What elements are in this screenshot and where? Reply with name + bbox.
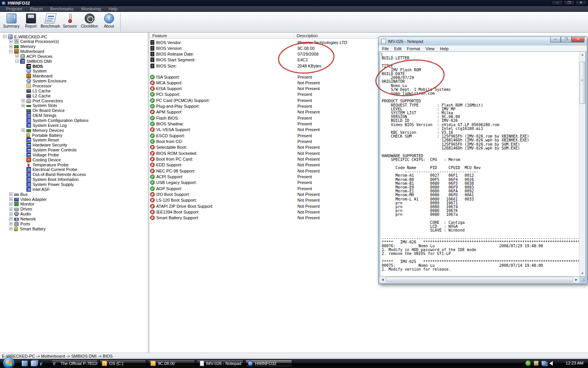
menu-monitoring[interactable]: Monitoring	[77, 7, 105, 11]
tree-item-cooling-device[interactable]: Cooling Device	[21, 157, 61, 162]
toolbar-about-button[interactable]: About	[99, 13, 119, 31]
tree-item-memory-devices[interactable]: +Memory Devices	[21, 128, 64, 133]
restore-button[interactable]: ❐	[564, 0, 575, 5]
taskbar-clock[interactable]: 12:23 AM	[566, 361, 583, 365]
notepad-menu-file[interactable]: File	[379, 46, 392, 51]
scroll-right-arrow[interactable]: ▶	[573, 277, 579, 283]
toolbar-benchmark-button[interactable]: Benchmark	[41, 13, 60, 31]
tree-item-smart-battery[interactable]: +Smart Battery	[9, 226, 46, 231]
close-button[interactable]: ✕	[575, 0, 586, 5]
tree-item-system-power-supply[interactable]: System Power Supply	[21, 182, 74, 187]
tree-item-system-power-controls[interactable]: System Power Controls	[21, 148, 77, 153]
toolbar-report-button[interactable]: Report	[21, 13, 41, 31]
expand-plus-icon[interactable]: +	[9, 40, 13, 43]
expand-plus-icon[interactable]: +	[21, 104, 25, 107]
tree-item-port-connectors[interactable]: +Port Connectors	[21, 98, 63, 103]
expand-plus-icon[interactable]: +	[9, 217, 13, 220]
notepad-maximize-button[interactable]: ❐	[561, 37, 572, 43]
scroll-up-arrow[interactable]: ▲	[580, 52, 585, 58]
notepad-menu-format[interactable]: Format	[404, 46, 423, 51]
tree-item-intel-asf[interactable]: Intel ASF	[21, 187, 50, 192]
vertical-scrollbar[interactable]: ▲ ▼	[579, 52, 585, 276]
tree-item-central-processor-s[interactable]: +Central Processor(s)	[9, 39, 59, 44]
toolbar-clockmon-button[interactable]: ClockMon	[80, 13, 99, 31]
tray-antivirus-icon[interactable]	[525, 360, 531, 366]
expand-plus-icon[interactable]: +	[15, 54, 19, 58]
switch-windows-icon[interactable]	[31, 360, 37, 366]
toolbar-sensors-button[interactable]: Sensors	[60, 13, 80, 31]
taskbar-button-os-c[interactable]: OS (C:)	[100, 360, 146, 367]
minimize-button[interactable]: –	[552, 0, 563, 5]
expand-minus-icon[interactable]: −	[3, 35, 7, 38]
expand-plus-icon[interactable]: +	[9, 202, 13, 206]
expand-plus-icon[interactable]: +	[21, 128, 25, 132]
tree-item-oem-strings[interactable]: OEM Strings	[21, 113, 56, 118]
tree-item-bus[interactable]: +Bus	[9, 192, 28, 197]
tree-item-l2-cache[interactable]: L2 Cache	[21, 93, 51, 98]
tree-item-system[interactable]: System	[21, 69, 47, 74]
tree-item-processor[interactable]: Processor	[21, 84, 52, 89]
tree-item-system-configuration-options[interactable]: System Configuration Options	[21, 118, 88, 123]
expand-plus-icon[interactable]: +	[9, 222, 13, 225]
taskbar-button-the-official-p-7811f[interactable]: eThe Official P-7811F...	[51, 360, 98, 367]
notepad-menu-view[interactable]: View	[423, 46, 438, 51]
column-feature[interactable]: Feature	[152, 33, 167, 38]
tree-item-motherboard[interactable]: −Motherboard	[9, 49, 44, 54]
notepad-menu-help[interactable]: Help	[437, 46, 451, 51]
tree-item-acpi-devices[interactable]: +ACPI Devices	[15, 54, 52, 59]
expand-plus-icon[interactable]: +	[21, 99, 25, 102]
menu-program[interactable]: Program	[2, 7, 26, 11]
tree-item-system-reset[interactable]: System Reset	[21, 138, 59, 143]
tree-item-monitor[interactable]: +Monitor	[9, 202, 34, 207]
tree-item-mainboard[interactable]: Mainboard	[21, 74, 52, 79]
resize-grip[interactable]	[580, 277, 585, 282]
tree-item-system-enclosure[interactable]: System Enclosure	[21, 79, 67, 84]
menu-report[interactable]: Report	[26, 7, 46, 11]
taskbar-button-hwinfo32[interactable]: HWiNFO32	[245, 360, 292, 367]
menu-benchmarks[interactable]: Benchmarks	[46, 7, 77, 11]
toolbar-summary-button[interactable]: Summary	[2, 13, 21, 31]
tree-item-electrical-current-probe[interactable]: Electrical Current Probe	[21, 167, 77, 172]
tree-item-voltage-probe[interactable]: Voltage Probe	[21, 152, 59, 157]
internet-explorer-icon[interactable]: e	[40, 360, 46, 366]
notepad-titlebar[interactable]: IMV-026 - Notepad – ❐ ✕	[379, 37, 587, 46]
tree-item-memory[interactable]: +Memory	[9, 44, 36, 49]
tree-item-system-slots[interactable]: +System Slots	[21, 103, 57, 108]
tree-item-system-boot-information[interactable]: System Boot Information	[21, 177, 78, 182]
vertical-scroll-thumb[interactable]	[580, 62, 585, 104]
expand-plus-icon[interactable]: +	[9, 227, 13, 230]
tree-item-l1-cache[interactable]: L1 Cache	[21, 88, 51, 93]
tree-item-portable-battery[interactable]: Portable Battery	[21, 133, 62, 138]
tree-item-temperature-probe[interactable]: Temperature Probe	[21, 162, 69, 167]
menu-help[interactable]: Help	[105, 7, 121, 11]
tree-item-smbios-dmi[interactable]: −SMBIOS DMI	[15, 59, 52, 64]
tree-item-video-adapter[interactable]: +Video Adapter	[9, 197, 47, 202]
tray-network-icon[interactable]	[541, 361, 547, 366]
scroll-down-arrow[interactable]: ▼	[580, 271, 585, 276]
tray-device-icon[interactable]	[534, 361, 539, 366]
tree-item-bios[interactable]: BIOS	[21, 64, 43, 69]
tree-item-audio[interactable]: +Audio	[9, 212, 31, 217]
tree-item-hardware-security[interactable]: Hardware Security	[21, 143, 67, 148]
tree-item-ports[interactable]: +Ports	[9, 221, 30, 226]
expand-plus-icon[interactable]: +	[9, 197, 13, 201]
tree-item-network[interactable]: +Network	[9, 216, 36, 221]
tree-item-on-board-device[interactable]: On Board Device	[21, 108, 65, 113]
tree-item-system-event-log[interactable]: System Event Log	[21, 123, 67, 128]
expand-plus-icon[interactable]: +	[9, 45, 13, 48]
tray-volume-icon[interactable]	[549, 361, 553, 366]
column-divider[interactable]	[294, 33, 294, 38]
expand-plus-icon[interactable]: +	[9, 212, 13, 216]
horizontal-scroll-thumb[interactable]	[386, 277, 573, 282]
tree-item-out-of-band-remote-access[interactable]: Out-of-Band Remote Access	[21, 172, 86, 177]
expand-plus-icon[interactable]: +	[9, 207, 13, 211]
taskbar-button-9c-08-00[interactable]: 9C.08.00	[148, 360, 195, 367]
notepad-minimize-button[interactable]: –	[550, 37, 561, 43]
tree-item-drives[interactable]: +Drives	[9, 207, 32, 212]
expand-plus-icon[interactable]: +	[9, 192, 13, 196]
scroll-left-arrow[interactable]: ◀	[380, 277, 385, 283]
column-description[interactable]: Description	[297, 33, 318, 38]
tree-item-e-wrecked-pc[interactable]: −E-WRECKED-PC	[3, 34, 47, 39]
notepad-menu-edit[interactable]: Edit	[392, 46, 404, 51]
horizontal-scrollbar[interactable]: ◀ ▶	[380, 277, 579, 283]
